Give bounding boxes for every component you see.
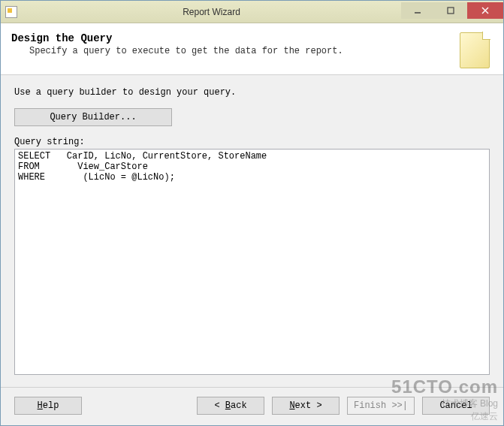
wizard-step-subtitle: Specify a query to execute to get the da… — [29, 46, 460, 56]
window-title: Report Wizard — [22, 7, 401, 17]
finish-button: Finish >>| — [347, 397, 415, 415]
window-controls — [401, 5, 503, 19]
wizard-window: Report Wizard Design the Query Specify a… — [0, 0, 504, 426]
wizard-button-bar: Help < Back Next > Finish >>| Cancel — [1, 387, 503, 425]
wizard-step-title: Design the Query — [11, 32, 460, 44]
wizard-header-panel: Design the Query Specify a query to exec… — [1, 23, 503, 75]
query-builder-button[interactable]: Query Builder... — [14, 108, 172, 126]
nav-button-group: < Back Next > Finish >>| Cancel — [197, 397, 490, 415]
maximize-button[interactable] — [434, 2, 467, 19]
query-string-input[interactable] — [14, 149, 490, 375]
next-button[interactable]: Next > — [272, 397, 340, 415]
minimize-icon — [414, 7, 421, 14]
close-icon — [481, 7, 489, 14]
cancel-button[interactable]: Cancel — [422, 397, 490, 415]
note-icon — [460, 32, 490, 68]
titlebar[interactable]: Report Wizard — [1, 1, 503, 23]
instruction-label: Use a query builder to design your query… — [14, 87, 490, 98]
query-string-label: Query string: — [14, 137, 490, 147]
back-button[interactable]: < Back — [197, 397, 264, 415]
maximize-icon — [447, 7, 454, 14]
svg-rect-1 — [448, 8, 454, 14]
minimize-button[interactable] — [401, 2, 434, 19]
help-button[interactable]: Help — [14, 397, 82, 415]
app-icon — [5, 6, 17, 18]
close-button[interactable] — [467, 2, 503, 19]
wizard-content: Use a query builder to design your query… — [1, 75, 503, 387]
wizard-header-text: Design the Query Specify a query to exec… — [11, 32, 460, 68]
